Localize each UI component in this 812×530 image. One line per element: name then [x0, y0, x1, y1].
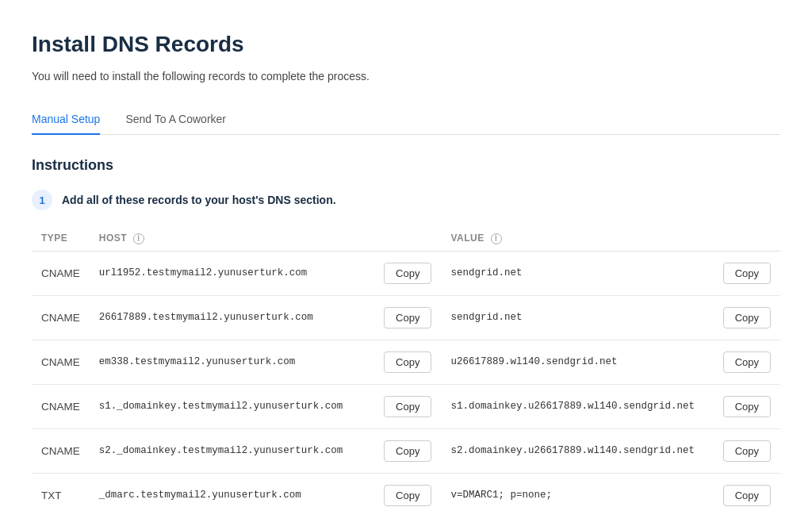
- col-header-action-value: [714, 226, 780, 251]
- cell-host: _dmarc.testmymail2.yunuserturk.com: [90, 473, 374, 517]
- table-row: CNAME s1._domainkey.testmymail2.yunusert…: [32, 384, 780, 428]
- cell-copy-value: Copy: [714, 340, 780, 384]
- host-info-icon: i: [133, 233, 144, 244]
- tab-manual-setup[interactable]: Manual Setup: [32, 105, 100, 135]
- copy-value-button[interactable]: Copy: [723, 396, 771, 417]
- cell-type: CNAME: [32, 428, 90, 473]
- cell-value: s1.domainkey.u26617889.wl140.sendgrid.ne…: [441, 384, 713, 428]
- cell-value: v=DMARC1; p=none;: [441, 473, 713, 517]
- cell-value: sendgrid.net: [441, 295, 713, 340]
- cell-copy-host: Copy: [374, 340, 441, 384]
- copy-value-button[interactable]: Copy: [723, 485, 771, 506]
- copy-host-button[interactable]: Copy: [384, 396, 431, 417]
- cell-host: url1952.testmymail2.yunuserturk.com: [90, 251, 374, 295]
- cell-copy-value: Copy: [714, 251, 780, 295]
- cell-host: em338.testmymail2.yunuserturk.com: [90, 340, 374, 384]
- step-badge: 1: [32, 190, 52, 210]
- copy-value-button[interactable]: Copy: [723, 440, 771, 462]
- tab-send-to-coworker[interactable]: Send To A Coworker: [125, 105, 226, 135]
- cell-copy-host: Copy: [374, 473, 441, 517]
- step-label: Add all of these records to your host's …: [62, 194, 336, 206]
- copy-value-button[interactable]: Copy: [723, 307, 771, 328]
- cell-host: s2._domainkey.testmymail2.yunuserturk.co…: [90, 428, 374, 473]
- copy-host-button[interactable]: Copy: [384, 307, 431, 328]
- cell-copy-value: Copy: [714, 473, 780, 517]
- cell-type: CNAME: [32, 340, 90, 384]
- cell-type: TXT: [32, 473, 90, 517]
- copy-host-button[interactable]: Copy: [384, 485, 431, 506]
- col-header-host: HOST i: [90, 226, 374, 251]
- cell-value: u26617889.wl140.sendgrid.net: [441, 340, 713, 384]
- cell-copy-value: Copy: [714, 384, 780, 428]
- table-row: CNAME url1952.testmymail2.yunuserturk.co…: [32, 251, 780, 295]
- copy-value-button[interactable]: Copy: [723, 263, 771, 284]
- value-info-icon: i: [491, 233, 502, 244]
- col-header-value: VALUE i: [441, 226, 713, 251]
- table-row: CNAME em338.testmymail2.yunuserturk.com …: [32, 340, 780, 384]
- cell-copy-host: Copy: [374, 428, 441, 473]
- cell-value: sendgrid.net: [441, 251, 713, 295]
- table-row: CNAME 26617889.testmymail2.yunuserturk.c…: [32, 295, 780, 340]
- copy-value-button[interactable]: Copy: [723, 351, 771, 373]
- copy-host-button[interactable]: Copy: [384, 263, 431, 284]
- dns-records-table: TYPE HOST i VALUE i CNAME url1952.testmy…: [32, 226, 780, 517]
- cell-copy-value: Copy: [714, 295, 780, 340]
- cell-type: CNAME: [32, 251, 90, 295]
- cell-value: s2.domainkey.u26617889.wl140.sendgrid.ne…: [441, 428, 713, 473]
- table-row: TXT _dmarc.testmymail2.yunuserturk.com C…: [32, 473, 780, 517]
- cell-copy-value: Copy: [714, 428, 780, 473]
- col-header-type: TYPE: [32, 226, 90, 251]
- cell-copy-host: Copy: [374, 295, 441, 340]
- step-row: 1 Add all of these records to your host'…: [32, 190, 780, 210]
- cell-copy-host: Copy: [374, 384, 441, 428]
- table-row: CNAME s2._domainkey.testmymail2.yunusert…: [32, 428, 780, 473]
- cell-host: s1._domainkey.testmymail2.yunuserturk.co…: [90, 384, 374, 428]
- copy-host-button[interactable]: Copy: [384, 351, 431, 373]
- page-subtitle: You will need to install the following r…: [32, 70, 780, 83]
- cell-type: CNAME: [32, 295, 90, 340]
- page-title: Install DNS Records: [32, 32, 780, 57]
- tab-bar: Manual Setup Send To A Coworker: [32, 105, 780, 135]
- cell-host: 26617889.testmymail2.yunuserturk.com: [90, 295, 374, 340]
- instructions-section-title: Instructions: [32, 157, 780, 174]
- cell-type: CNAME: [32, 384, 90, 428]
- col-header-action-host: [374, 226, 441, 251]
- copy-host-button[interactable]: Copy: [384, 440, 431, 462]
- cell-copy-host: Copy: [374, 251, 441, 295]
